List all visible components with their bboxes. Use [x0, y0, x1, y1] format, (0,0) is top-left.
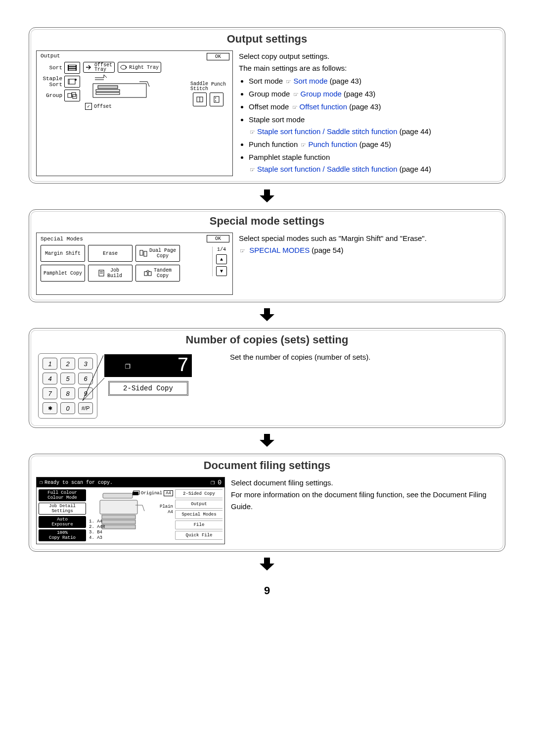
svg-rect-32	[102, 525, 135, 529]
key-star[interactable]: ✱	[43, 402, 57, 414]
sort-icon[interactable]	[64, 62, 80, 74]
page-up-button[interactable]: ▲	[216, 254, 227, 264]
special-mode-title: Special mode settings	[29, 215, 505, 228]
tandem-copy-icon	[144, 270, 152, 277]
output-panel-illustration: OK Output Sort Staple Sort	[36, 50, 233, 176]
svg-rect-3	[69, 69, 76, 70]
reference-icon: ☞	[291, 103, 300, 112]
copies-icon: ❐	[211, 478, 215, 486]
two-sided-copy-button[interactable]: 2-Sided Copy	[175, 489, 222, 498]
document-filing-description: Select document filing settings. For mor…	[231, 477, 498, 544]
link-pamphlet-staple[interactable]: Staple sort function / Saddle stitch fun…	[257, 165, 398, 173]
svg-rect-13	[96, 93, 120, 94]
svg-rect-20	[144, 251, 147, 256]
key-4[interactable]: 4	[43, 373, 57, 384]
output-button[interactable]: Output	[175, 500, 222, 509]
page-number: 9	[29, 584, 505, 597]
sort-label: Sort	[41, 65, 62, 71]
file-button[interactable]: File	[175, 520, 222, 529]
ok-button[interactable]: OK	[207, 235, 229, 242]
output-header-label: Output	[41, 53, 60, 59]
svg-rect-1	[69, 65, 76, 66]
output-settings-title: Output settings	[29, 33, 505, 46]
colour-mode-button[interactable]: Full Colour Colour Mode	[39, 489, 86, 501]
svg-rect-19	[140, 250, 143, 255]
top-count-label: 0	[218, 479, 222, 486]
link-staple-saddle[interactable]: Staple sort function / Saddle stitch fun…	[257, 127, 398, 136]
job-detail-button[interactable]: Job Detail Settings	[39, 503, 86, 515]
svg-rect-28	[103, 493, 133, 498]
tandem-copy-button[interactable]: Tandem Copy	[135, 265, 180, 282]
paper-size-label: A4	[160, 510, 173, 515]
offset-tray-button[interactable]: Offset Tray	[83, 62, 115, 73]
section-special-mode-settings: Special mode settings Special Modes OK M…	[29, 209, 505, 302]
svg-rect-24	[144, 272, 147, 276]
group-label: Group	[41, 93, 62, 98]
right-tray-button[interactable]: Right Tray	[118, 62, 161, 73]
original-label: Original	[141, 491, 162, 496]
section-output-settings: Output settings OK Output Sort	[29, 27, 505, 184]
margin-shift-button[interactable]: Margin Shift	[41, 245, 85, 262]
dual-page-icon	[139, 250, 147, 257]
key-2[interactable]: 2	[60, 358, 75, 370]
link-offset-function[interactable]: Offset function	[300, 102, 347, 111]
svg-rect-11	[98, 86, 118, 89]
copy-mode-icon: ❐	[40, 479, 43, 485]
copies-title: Number of copies (sets) setting	[29, 333, 505, 346]
key-hash-p[interactable]: #/P	[78, 402, 93, 414]
saddle-stitch-button[interactable]	[193, 93, 207, 106]
punch-button[interactable]	[210, 93, 223, 106]
saddle-stitch-label: Saddle Stitch	[190, 82, 208, 92]
svg-rect-29	[100, 500, 137, 514]
staple-sort-icon[interactable]	[64, 76, 80, 88]
svg-point-18	[215, 100, 216, 101]
group-icon[interactable]	[64, 90, 80, 101]
key-8[interactable]: 8	[60, 387, 75, 399]
svg-rect-25	[148, 272, 151, 276]
exposure-button[interactable]: Auto Exposure	[39, 516, 86, 528]
link-punch-function[interactable]: Punch function	[308, 140, 357, 148]
original-size-button[interactable]: A4	[164, 490, 173, 496]
offset-checkbox[interactable]: ✓Offset	[85, 103, 112, 110]
copier-icon	[100, 491, 142, 532]
arrow-down-icon	[29, 434, 505, 447]
svg-rect-30	[102, 515, 135, 519]
link-group-mode[interactable]: Group mode	[301, 90, 342, 98]
pamphlet-copy-button[interactable]: Pamphlet Copy	[41, 265, 85, 282]
key-5[interactable]: 5	[60, 373, 75, 384]
svg-rect-7	[68, 94, 72, 97]
special-mode-description: Select special modes such as "Margin Shi…	[239, 233, 498, 295]
svg-point-6	[75, 79, 77, 81]
quick-file-button[interactable]: Quick File	[175, 531, 222, 540]
special-modes-header: Special Modes	[41, 236, 228, 242]
connector-lines-icon	[83, 353, 104, 401]
reference-icon: ☞	[249, 165, 257, 175]
svg-rect-12	[96, 90, 120, 92]
link-sort-mode[interactable]: Sort mode	[293, 77, 327, 85]
special-modes-panel-illustration: Special Modes OK Margin Shift Erase Dual…	[36, 233, 233, 295]
job-build-button[interactable]: Job Build	[88, 265, 133, 282]
paper-type-label: Plain	[160, 504, 173, 510]
key-1[interactable]: 1	[43, 358, 57, 370]
svg-point-10	[121, 65, 127, 69]
key-7[interactable]: 7	[43, 387, 57, 399]
reference-icon: ☞	[292, 90, 301, 99]
ready-status-label: Ready to scan for copy.	[44, 480, 113, 485]
page-count-label: 1/4	[217, 247, 226, 252]
special-modes-button[interactable]: Special Modes	[175, 510, 222, 519]
reference-icon: ☞	[300, 141, 308, 150]
ok-button[interactable]: OK	[207, 53, 229, 60]
dual-page-copy-button[interactable]: Dual Page Copy	[135, 245, 180, 262]
arrow-down-icon	[29, 308, 505, 321]
key-0[interactable]: 0	[60, 402, 75, 414]
two-sided-copy-button[interactable]: 2-Sided Copy	[108, 381, 188, 396]
copy-ratio-button[interactable]: 100% Copy Ratio	[39, 529, 86, 541]
page-down-button[interactable]: ▼	[216, 266, 227, 276]
svg-point-17	[215, 97, 216, 98]
arrow-down-icon	[29, 558, 505, 570]
copies-description: Set the number of copies (number of sets…	[230, 351, 498, 421]
erase-button[interactable]: Erase	[88, 245, 133, 262]
copies-display: ❐ 7	[103, 353, 193, 378]
punch-label: Punch	[211, 82, 226, 87]
link-special-modes[interactable]: SPECIAL MODES	[249, 246, 310, 254]
